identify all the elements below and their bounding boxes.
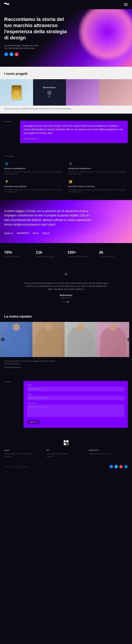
footer-col-contatto: CONTATTO (address) Avenue 9, New York Ci… (89, 450, 128, 458)
brand-crolla: CROLLA (4, 232, 13, 234)
design-title: DESIGN PLURIPREMIATO (4, 168, 64, 170)
instagram-icon[interactable]: ig (15, 52, 19, 56)
project-card-purple[interactable] (66, 79, 99, 106)
contatto-label: Parliamo (4, 381, 18, 383)
footer-copy: Sample text. Click to select the Text El… (4, 466, 29, 467)
footer-su-link-1[interactable]: Visita dal più di agosto di esempio. (47, 452, 85, 455)
stat-clienti: 70% CLIENTI SODDISFATTI (4, 250, 33, 258)
footer-social-icons: f t in li (109, 465, 128, 468)
servizio-strategia: 💡 STRATEGIA DEL MARCHIO Immergiti nel cu… (4, 179, 64, 193)
servizi-label: I nostri servizi (4, 156, 14, 157)
form-message-field: Messaggio (27, 402, 124, 418)
footer-casa-link-1[interactable]: Sample text. Click to select the Text El… (4, 452, 43, 455)
testimonial-section: ❝ "Aenean pulvinar dui ornare, fugiat lo… (0, 265, 132, 310)
footer-twitter-icon[interactable]: t (114, 465, 118, 468)
squadra-heading: La nostra squadra (0, 315, 132, 322)
stat-clienti-label: CLIENTI SODDISFATTI (4, 256, 33, 258)
team-member-3[interactable] (65, 322, 97, 357)
footer-su-link-2[interactable]: Sample text. (47, 455, 85, 458)
carousel-next-button[interactable]: › (127, 337, 131, 342)
chi-siamo-content: Immergiti nel cuore del nostro studio: n… (20, 121, 128, 143)
project-card-destination[interactable]: Destination (33, 79, 66, 106)
team-link[interactable]: IL NOSTRO TEAM ↗ (4, 367, 128, 368)
sviluppo-icon: 📶 (68, 179, 73, 184)
footer: CASA Sample text. Click to select the Te… (0, 435, 132, 472)
contatto-section: Parliamo Nome Email Messaggio INVIA ↗ (0, 374, 132, 435)
hero-social-icons: f t ig (4, 52, 128, 56)
footer-col-contatto-heading: CONTATTO (89, 450, 128, 451)
footer-casa-link-2[interactable]: Sample text. (4, 455, 43, 458)
stat-riferimenti: 11k RIFERIMENTI DI CLIENTI (36, 250, 65, 258)
strategia-icon: 💡 (4, 179, 9, 184)
chi-siamo-link[interactable]: INFORMAZIONI ↗ (24, 138, 124, 140)
facebook-icon[interactable]: f (4, 52, 8, 56)
brand-tesla: TESLA (42, 232, 50, 234)
stat-riconoscimenti: 100+ RICONOSCIMENTI PREMIO (67, 250, 96, 258)
stat-titolo: 2k TITOLO DI ESEMPIO (99, 250, 128, 258)
email-input[interactable] (27, 396, 124, 400)
header (0, 0, 132, 9)
message-label: Messaggio (27, 402, 124, 404)
projects-section: I nostri progetti Destination (0, 67, 132, 114)
testimonial-text: "Aenean pulvinar dui ornare, fugiat lore… (24, 282, 108, 291)
sviluppo-title: SVILUPPO A PROVA DI FUTURO (68, 186, 128, 188)
hamburger-menu[interactable] (124, 3, 128, 6)
email-label: Email (27, 394, 124, 395)
dot-2[interactable] (65, 301, 67, 302)
carousel-prev-button[interactable]: ‹ (1, 337, 5, 342)
projects-heading: I nostri progetti (0, 72, 132, 79)
footer-facebook-icon[interactable]: f (109, 465, 113, 468)
twitter-icon[interactable]: t (10, 52, 13, 56)
footer-instagram-icon[interactable]: in (119, 465, 123, 468)
design-desc: Immergiti nel cuore del nostro studio: n… (4, 171, 64, 175)
footer-logo (4, 440, 128, 445)
chi-siamo-section: Chi siamo Immergiti nel cuore del nostro… (0, 114, 132, 150)
testimonial-dots (4, 301, 128, 302)
team-member-2[interactable] (32, 322, 65, 357)
project-card-mockup[interactable] (0, 79, 33, 106)
chi-siamo-label: Chi siamo (4, 121, 17, 143)
footer-bottom: Sample text. Click to select the Text El… (4, 462, 128, 468)
form-email-field: Email (27, 394, 124, 400)
dot-3[interactable] (68, 301, 69, 302)
name-input[interactable] (27, 387, 124, 391)
brand-binance: ◆ BINANCE (17, 232, 29, 234)
servizio-marketing: ⚙ MARKETING COMPROVATO Immergiti nel cuo… (68, 162, 128, 175)
team-member-4[interactable] (97, 322, 129, 357)
hero-heading: Raccontiamo la storia del tuo marchio at… (4, 16, 71, 41)
about-story-body: Il nostro viaggio è iniziato con la pass… (4, 209, 92, 227)
destination-label: Destination (43, 86, 56, 88)
message-input[interactable] (27, 405, 124, 417)
hero-section: Raccontiamo la storia del tuo marchio at… (0, 9, 132, 67)
footer-logo-mark (64, 440, 68, 445)
servizi-section: I nostri servizi 🌐 DESIGN PLURIPREMIATO … (0, 150, 132, 200)
footer-col-casa-heading: CASA (4, 450, 43, 451)
form-name-field: Nome (27, 384, 124, 391)
stat-clienti-number: 70% (4, 250, 33, 255)
project-card-pink[interactable] (99, 79, 132, 106)
logo[interactable] (4, 3, 9, 6)
strategia-desc: Immergiti nel cuore del nostro studio: n… (4, 189, 64, 193)
stats-section: 70% CLIENTI SODDISFATTI 11k RIFERIMENTI … (0, 243, 132, 265)
team-carousel-wrapper: ‹ (0, 322, 132, 357)
brand-evga: EVGA (33, 232, 39, 234)
chi-siamo-body: Immergiti nel cuore del nostro studio: n… (24, 124, 124, 135)
projects-grid: Destination (0, 79, 132, 106)
footer-col-su-heading: SU (47, 450, 85, 451)
stat-riconoscimenti-number: 100+ (67, 250, 96, 255)
stat-riferimenti-number: 11k (36, 250, 65, 255)
contatto-label-wrapper: Parliamo (4, 381, 18, 428)
footer-col-casa: CASA Sample text. Click to select the Te… (4, 450, 43, 458)
svg-point-1 (49, 92, 50, 94)
dot-1[interactable] (63, 301, 64, 302)
servizio-sviluppo: 📶 SVILUPPO A PROVA DI FUTURO Immergiti n… (68, 179, 128, 193)
destination-icon (46, 90, 54, 98)
stat-titolo-number: 2k (99, 250, 128, 255)
footer-linkedin-icon[interactable]: li (124, 465, 128, 468)
submit-button[interactable]: INVIA ↗ (27, 420, 40, 424)
servizio-design: 🌐 DESIGN PLURIPREMIATO Immergiti nel cuo… (4, 162, 64, 175)
design-icon: 🌐 (4, 162, 9, 166)
marketing-desc: Immergiti nel cuore del nostro studio: n… (68, 171, 128, 175)
footer-contatto-address: (address) Avenue 9, New York City (89, 452, 128, 455)
stat-titolo-label: TITOLO DI ESEMPIO (99, 256, 128, 258)
